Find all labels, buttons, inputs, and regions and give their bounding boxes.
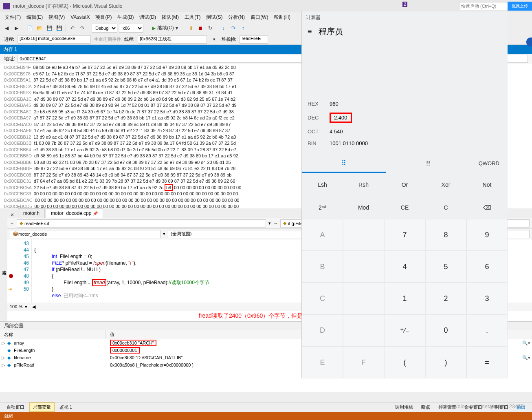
nav-arrow-icon[interactable]: → <box>273 221 278 226</box>
tab-motor-docode-cpp[interactable]: motor_docode.cpp📌 <box>46 208 103 218</box>
calc-key[interactable]: 6 <box>466 251 508 283</box>
continue-button[interactable]: ▶继续(C)▾ <box>149 24 181 32</box>
calc-key[interactable]: ( <box>384 347 425 378</box>
func-button[interactable]: CE <box>384 196 425 219</box>
func-button[interactable]: 2ⁿᵈ <box>302 196 343 219</box>
calc-key[interactable]: 5 <box>425 251 466 283</box>
calc-key[interactable]: 1 <box>384 283 425 314</box>
side-handle-icon[interactable] <box>526 38 532 46</box>
calc-key[interactable]: 7 <box>384 219 425 251</box>
menu-item[interactable]: 团队(M) <box>159 13 181 22</box>
dec-label[interactable]: DEC <box>308 115 321 121</box>
calc-key[interactable]: F <box>343 347 384 378</box>
bin-label[interactable]: BIN <box>308 140 321 146</box>
calc-key[interactable]: 3 <box>466 283 508 314</box>
calc-key[interactable]: C <box>302 283 343 314</box>
config-select[interactable]: Debug <box>92 24 117 33</box>
stop-icon[interactable]: ⏹ <box>196 24 204 32</box>
menu-item[interactable]: 帮助(H) <box>271 13 293 22</box>
filter-icon[interactable]: ▾ <box>210 35 218 44</box>
step-into-icon[interactable]: ↓ <box>220 24 228 32</box>
hex-label[interactable]: HEX <box>308 101 321 107</box>
magnifier-icon[interactable]: 🔍▾ <box>522 355 530 360</box>
expand-icon[interactable]: ▷ <box>2 340 7 346</box>
bitop-button[interactable]: Xor <box>425 173 466 196</box>
zoom-level[interactable]: 100 % <box>10 304 22 309</box>
tab-motor-h[interactable]: motor.h <box>18 208 45 218</box>
calc-key[interactable]: B <box>302 251 343 283</box>
menu-item[interactable]: 文件(F) <box>2 13 23 22</box>
step-over-icon[interactable]: ↷ <box>229 24 237 32</box>
cloud-upload-widget[interactable]: 拖拽上传 <box>508 2 532 11</box>
menu-item[interactable]: 视图(V) <box>46 13 67 22</box>
menu-item[interactable]: 项目(P) <box>93 13 114 22</box>
expand-icon[interactable]: ▷ <box>2 363 7 368</box>
nav-scope-left[interactable]: ◆readFileEx.if <box>17 219 266 228</box>
func-button[interactable]: Mod <box>343 196 384 219</box>
calc-key[interactable]: E <box>302 347 343 378</box>
break-icon[interactable]: ⏸ <box>187 24 195 32</box>
code-text[interactable]: { int FileLength = 0; FILE* pFileRead = … <box>32 239 212 303</box>
nav-arrow-icon[interactable]: → <box>10 221 14 226</box>
stackframe-select[interactable]: readFileE <box>240 35 268 44</box>
magnifier-icon[interactable]: 🔍▾ <box>522 340 530 346</box>
platform-select[interactable]: x86 <box>119 24 143 33</box>
menu-item[interactable]: 测试(S) <box>204 13 225 22</box>
notification-badge[interactable]: 2 <box>402 2 407 7</box>
step-out-icon[interactable]: ↑ <box>239 24 247 32</box>
dec-value: 2,400 <box>330 113 352 123</box>
calc-key[interactable]: 9 <box>466 219 508 251</box>
bitop-button[interactable]: Or <box>384 173 425 196</box>
qword-button[interactable]: QWORD <box>470 154 508 173</box>
close-icon[interactable]: ✕ <box>7 212 17 218</box>
nav-back-icon[interactable]: ◀ <box>2 24 11 32</box>
col-name[interactable]: 名称 <box>0 330 106 339</box>
hamburger-icon[interactable]: ≡ <box>308 27 312 36</box>
open-icon[interactable]: 📂 <box>35 24 44 32</box>
menu-item[interactable]: 编辑(E) <box>24 13 45 22</box>
calc-key[interactable]: ) <box>425 347 466 378</box>
redo-icon[interactable]: ↷ <box>78 24 86 32</box>
bitop-button[interactable]: Rsh <box>343 173 384 196</box>
bitop-button[interactable]: Not <box>466 173 508 196</box>
menu-item[interactable]: 分析(N) <box>226 13 247 22</box>
calc-key[interactable]: ⁺∕₋ <box>384 314 425 347</box>
calc-key[interactable]: . <box>466 314 508 347</box>
calc-key[interactable]: 2 <box>425 283 466 314</box>
menu-item[interactable]: 窗口(W) <box>248 13 270 22</box>
oct-label[interactable]: OCT <box>308 128 321 135</box>
search-sidebar-label[interactable]: 搜索 <box>0 208 7 321</box>
process-select[interactable]: [0x9218] motor_docode.exe <box>18 35 91 44</box>
nav-fwd-icon[interactable]: ▶ <box>12 24 20 32</box>
menu-item[interactable]: 工具(T) <box>182 13 203 22</box>
tab-breakpoints[interactable]: 断点 <box>418 403 433 411</box>
calc-key[interactable]: 0 <box>425 314 466 347</box>
thread-select[interactable]: [0x9628] 主线程 <box>138 35 207 44</box>
restart-icon[interactable]: ↻ <box>206 24 214 32</box>
menu-item[interactable]: VAssistX <box>68 13 92 21</box>
keypad-view-button[interactable]: ⠿ <box>302 154 386 173</box>
func-button[interactable]: ⌫ <box>466 196 508 219</box>
undo-icon[interactable]: ↶ <box>68 24 77 32</box>
menu-item[interactable]: 生成(B) <box>115 13 136 22</box>
calc-key[interactable]: 4 <box>384 251 425 283</box>
pin-icon[interactable]: 📌 <box>93 211 98 216</box>
menu-item[interactable]: 调试(D) <box>137 13 158 22</box>
new-icon[interactable]: 📄 <box>26 24 34 32</box>
calc-key[interactable]: D <box>302 314 343 347</box>
breakpoint-icon[interactable] <box>9 274 13 278</box>
func-button[interactable]: C <box>425 196 466 219</box>
project-scope[interactable]: 📦 motor_docode <box>10 230 160 238</box>
calc-key[interactable]: = <box>466 347 508 378</box>
tab-locals[interactable]: 局部变量 <box>29 402 55 412</box>
calc-key[interactable]: A <box>302 219 343 251</box>
bit-view-button[interactable]: ⁞⁞ <box>386 154 470 173</box>
tab-callstack[interactable]: 调用堆栈 <box>392 403 416 411</box>
tab-autos[interactable]: 自动窗口 <box>3 403 28 411</box>
save-all-icon[interactable]: 💾 <box>55 24 63 32</box>
expand-icon[interactable]: ▷ <box>2 355 7 360</box>
tab-watch1[interactable]: 监视 1 <box>56 403 75 411</box>
bitop-button[interactable]: Lsh <box>302 173 343 196</box>
calc-key[interactable]: 8 <box>425 219 466 251</box>
save-icon[interactable]: 💾 <box>45 24 53 32</box>
